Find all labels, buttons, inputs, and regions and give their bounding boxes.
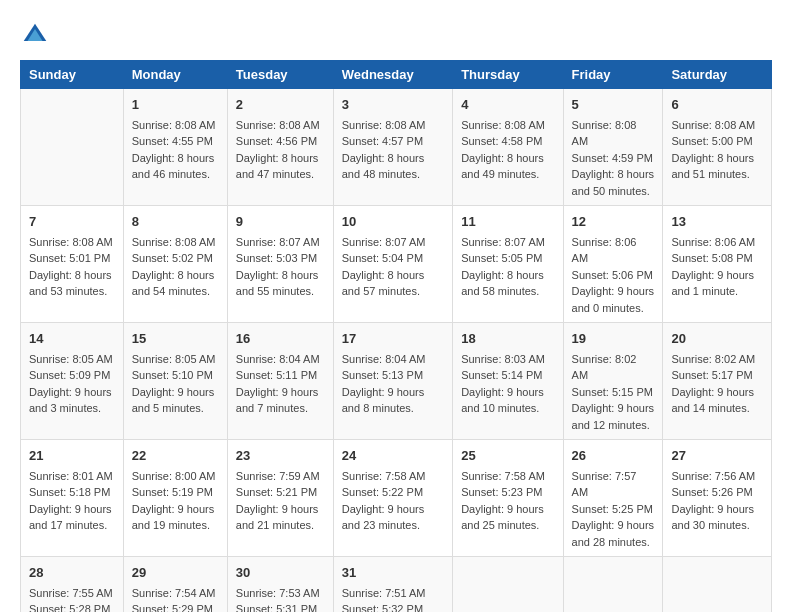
cell-content: Sunrise: 8:02 AM Sunset: 5:17 PM Dayligh…: [671, 351, 763, 417]
cell-content: Sunrise: 8:08 AM Sunset: 5:01 PM Dayligh…: [29, 234, 115, 300]
sunset-text: Sunset: 4:55 PM: [132, 133, 219, 150]
day-number: 24: [342, 446, 444, 466]
sunset-text: Sunset: 4:56 PM: [236, 133, 325, 150]
header-day-monday: Monday: [123, 61, 227, 89]
sunset-text: Sunset: 5:18 PM: [29, 484, 115, 501]
sunset-text: Sunset: 5:25 PM: [572, 501, 655, 518]
sunset-text: Sunset: 4:57 PM: [342, 133, 444, 150]
sunrise-text: Sunrise: 7:53 AM: [236, 585, 325, 602]
sunset-text: Sunset: 5:17 PM: [671, 367, 763, 384]
cell-content: Sunrise: 8:08 AM Sunset: 4:56 PM Dayligh…: [236, 117, 325, 183]
calendar-cell: [663, 557, 772, 613]
header-day-sunday: Sunday: [21, 61, 124, 89]
daylight-text: Daylight: 8 hours and 50 minutes.: [572, 166, 655, 199]
sunrise-text: Sunrise: 8:05 AM: [132, 351, 219, 368]
cell-content: Sunrise: 7:53 AM Sunset: 5:31 PM Dayligh…: [236, 585, 325, 613]
logo: [20, 20, 54, 50]
sunrise-text: Sunrise: 8:02 AM: [572, 351, 655, 384]
sunrise-text: Sunrise: 8:00 AM: [132, 468, 219, 485]
daylight-text: Daylight: 8 hours and 55 minutes.: [236, 267, 325, 300]
day-number: 13: [671, 212, 763, 232]
cell-content: Sunrise: 8:02 AM Sunset: 5:15 PM Dayligh…: [572, 351, 655, 434]
daylight-text: Daylight: 9 hours and 25 minutes.: [461, 501, 554, 534]
sunset-text: Sunset: 5:23 PM: [461, 484, 554, 501]
daylight-text: Daylight: 8 hours and 51 minutes.: [671, 150, 763, 183]
calendar-cell: 9 Sunrise: 8:07 AM Sunset: 5:03 PM Dayli…: [227, 206, 333, 323]
day-number: 21: [29, 446, 115, 466]
daylight-text: Daylight: 9 hours and 5 minutes.: [132, 384, 219, 417]
header-day-thursday: Thursday: [453, 61, 563, 89]
day-number: 30: [236, 563, 325, 583]
cell-content: Sunrise: 8:08 AM Sunset: 4:59 PM Dayligh…: [572, 117, 655, 200]
day-number: 26: [572, 446, 655, 466]
sunset-text: Sunset: 5:02 PM: [132, 250, 219, 267]
cell-content: Sunrise: 8:03 AM Sunset: 5:14 PM Dayligh…: [461, 351, 554, 417]
day-number: 1: [132, 95, 219, 115]
sunrise-text: Sunrise: 7:55 AM: [29, 585, 115, 602]
cell-content: Sunrise: 8:05 AM Sunset: 5:09 PM Dayligh…: [29, 351, 115, 417]
sunset-text: Sunset: 5:00 PM: [671, 133, 763, 150]
daylight-text: Daylight: 8 hours and 48 minutes.: [342, 150, 444, 183]
header-day-friday: Friday: [563, 61, 663, 89]
cell-content: Sunrise: 8:05 AM Sunset: 5:10 PM Dayligh…: [132, 351, 219, 417]
calendar-cell: 14 Sunrise: 8:05 AM Sunset: 5:09 PM Dayl…: [21, 323, 124, 440]
daylight-text: Daylight: 8 hours and 53 minutes.: [29, 267, 115, 300]
day-number: 8: [132, 212, 219, 232]
cell-content: Sunrise: 8:07 AM Sunset: 5:03 PM Dayligh…: [236, 234, 325, 300]
calendar-cell: [21, 89, 124, 206]
day-number: 15: [132, 329, 219, 349]
calendar-cell: 2 Sunrise: 8:08 AM Sunset: 4:56 PM Dayli…: [227, 89, 333, 206]
daylight-text: Daylight: 8 hours and 57 minutes.: [342, 267, 444, 300]
calendar-cell: 19 Sunrise: 8:02 AM Sunset: 5:15 PM Dayl…: [563, 323, 663, 440]
week-row-1: 1 Sunrise: 8:08 AM Sunset: 4:55 PM Dayli…: [21, 89, 772, 206]
sunset-text: Sunset: 5:05 PM: [461, 250, 554, 267]
day-number: 23: [236, 446, 325, 466]
day-number: 20: [671, 329, 763, 349]
sunset-text: Sunset: 5:21 PM: [236, 484, 325, 501]
sunset-text: Sunset: 5:01 PM: [29, 250, 115, 267]
cell-content: Sunrise: 7:55 AM Sunset: 5:28 PM Dayligh…: [29, 585, 115, 613]
sunset-text: Sunset: 5:22 PM: [342, 484, 444, 501]
sunset-text: Sunset: 5:11 PM: [236, 367, 325, 384]
calendar-cell: 20 Sunrise: 8:02 AM Sunset: 5:17 PM Dayl…: [663, 323, 772, 440]
daylight-text: Daylight: 8 hours and 46 minutes.: [132, 150, 219, 183]
day-number: 16: [236, 329, 325, 349]
sunrise-text: Sunrise: 8:06 AM: [572, 234, 655, 267]
day-number: 11: [461, 212, 554, 232]
calendar-cell: 28 Sunrise: 7:55 AM Sunset: 5:28 PM Dayl…: [21, 557, 124, 613]
calendar-cell: 7 Sunrise: 8:08 AM Sunset: 5:01 PM Dayli…: [21, 206, 124, 323]
sunset-text: Sunset: 5:26 PM: [671, 484, 763, 501]
sunset-text: Sunset: 4:59 PM: [572, 150, 655, 167]
calendar-cell: 10 Sunrise: 8:07 AM Sunset: 5:04 PM Dayl…: [333, 206, 452, 323]
daylight-text: Daylight: 9 hours and 3 minutes.: [29, 384, 115, 417]
daylight-text: Daylight: 9 hours and 19 minutes.: [132, 501, 219, 534]
day-number: 6: [671, 95, 763, 115]
sunrise-text: Sunrise: 8:08 AM: [342, 117, 444, 134]
sunrise-text: Sunrise: 8:04 AM: [342, 351, 444, 368]
calendar-cell: 15 Sunrise: 8:05 AM Sunset: 5:10 PM Dayl…: [123, 323, 227, 440]
calendar-cell: 21 Sunrise: 8:01 AM Sunset: 5:18 PM Dayl…: [21, 440, 124, 557]
calendar-cell: 29 Sunrise: 7:54 AM Sunset: 5:29 PM Dayl…: [123, 557, 227, 613]
sunrise-text: Sunrise: 7:57 AM: [572, 468, 655, 501]
sunrise-text: Sunrise: 8:07 AM: [342, 234, 444, 251]
sunrise-text: Sunrise: 8:08 AM: [461, 117, 554, 134]
cell-content: Sunrise: 8:08 AM Sunset: 4:57 PM Dayligh…: [342, 117, 444, 183]
sunset-text: Sunset: 5:09 PM: [29, 367, 115, 384]
calendar-cell: 3 Sunrise: 8:08 AM Sunset: 4:57 PM Dayli…: [333, 89, 452, 206]
cell-content: Sunrise: 8:04 AM Sunset: 5:11 PM Dayligh…: [236, 351, 325, 417]
cell-content: Sunrise: 8:06 AM Sunset: 5:06 PM Dayligh…: [572, 234, 655, 317]
cell-content: Sunrise: 7:57 AM Sunset: 5:25 PM Dayligh…: [572, 468, 655, 551]
daylight-text: Daylight: 9 hours and 14 minutes.: [671, 384, 763, 417]
day-number: 31: [342, 563, 444, 583]
sunrise-text: Sunrise: 7:59 AM: [236, 468, 325, 485]
daylight-text: Daylight: 9 hours and 30 minutes.: [671, 501, 763, 534]
calendar-cell: 12 Sunrise: 8:06 AM Sunset: 5:06 PM Dayl…: [563, 206, 663, 323]
cell-content: Sunrise: 8:08 AM Sunset: 5:02 PM Dayligh…: [132, 234, 219, 300]
sunset-text: Sunset: 5:14 PM: [461, 367, 554, 384]
sunrise-text: Sunrise: 8:08 AM: [671, 117, 763, 134]
daylight-text: Daylight: 9 hours and 21 minutes.: [236, 501, 325, 534]
cell-content: Sunrise: 8:07 AM Sunset: 5:04 PM Dayligh…: [342, 234, 444, 300]
sunrise-text: Sunrise: 8:08 AM: [132, 117, 219, 134]
sunrise-text: Sunrise: 8:01 AM: [29, 468, 115, 485]
daylight-text: Daylight: 9 hours and 23 minutes.: [342, 501, 444, 534]
